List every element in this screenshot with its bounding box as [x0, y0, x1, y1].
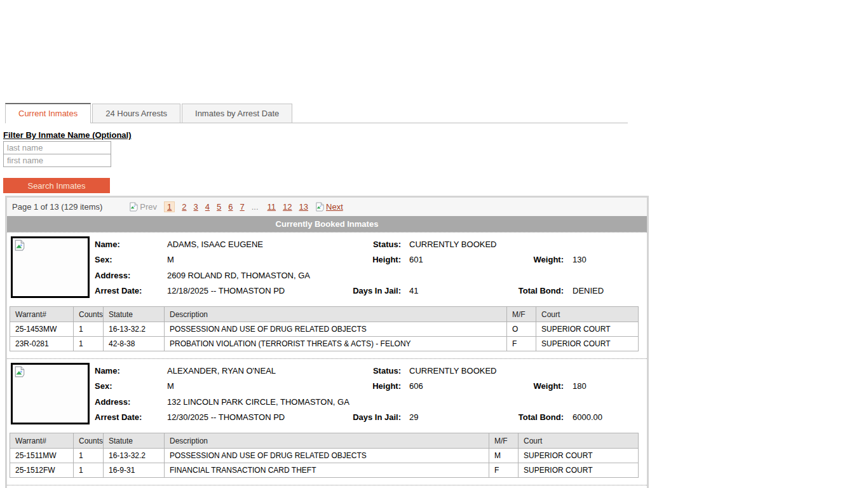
court-header: Court	[536, 307, 639, 322]
inmate-total-bond: 6000.00	[573, 412, 647, 422]
pager-status: Page 1 of 13 (129 items)	[12, 202, 102, 212]
inmate-record: Name: ALEXANDER, RYAN O'NEAL Status: CUR…	[7, 358, 647, 425]
pager-page-13[interactable]: 13	[299, 202, 308, 212]
inmate-total-bond: DENIED	[573, 286, 647, 295]
counts-cell: 1	[74, 337, 104, 351]
warrant-number-cell: 25-1511MW	[10, 449, 74, 463]
pager-next-label: Next	[326, 202, 343, 212]
description-header: Description	[165, 307, 507, 322]
statute-cell: 16-13-32.2	[104, 449, 165, 463]
table-row: 25-1453MW 1 16-13-32.2 POSSESSION AND US…	[10, 322, 639, 337]
description-cell: POSSESSION AND USE OF DRUG RELATED OBJEC…	[165, 449, 489, 463]
weight-label: Weight:	[490, 255, 564, 264]
warrants-header-row: Warrant# Counts Statute Description M/F …	[10, 307, 639, 322]
broken-image-icon	[315, 202, 325, 212]
statute-cell: 16-9-31	[104, 463, 165, 478]
arrest-date-label: Arrest Date:	[95, 412, 167, 422]
first-name-input[interactable]	[3, 154, 111, 167]
pager-page-11[interactable]: 11	[268, 202, 276, 212]
inmate-sex: M	[167, 255, 326, 264]
statute-cell: 42-8-38	[104, 337, 165, 351]
inmate-record: Name: ADAMS, ISAAC EUGENE Status: CURREN…	[7, 232, 647, 299]
page: Current Inmates 24 Hours Arrests Inmates…	[0, 0, 868, 488]
pager-page-current[interactable]: 1	[164, 201, 175, 212]
broken-image-icon	[14, 240, 25, 251]
arrest-date-label: Arrest Date:	[95, 286, 167, 295]
total-bond-label: Total Bond:	[490, 286, 564, 295]
status-label: Status:	[326, 240, 401, 249]
pager-page-3[interactable]: 3	[194, 202, 198, 212]
pager-page-6[interactable]: 6	[228, 202, 233, 212]
inmate-weight: 130	[573, 255, 647, 264]
counts-cell: 1	[74, 449, 104, 463]
last-name-input[interactable]	[3, 141, 111, 154]
pager-ellipsis: ...	[252, 202, 259, 212]
list-title: Currently Booked Inmates	[7, 216, 647, 232]
warrant-number-cell: 25-1512FW	[10, 463, 74, 478]
court-cell: SUPERIOR COURT	[519, 463, 639, 478]
name-label: Name:	[95, 240, 167, 249]
mf-header: M/F	[507, 307, 536, 322]
address-label: Address:	[95, 397, 167, 407]
court-cell: SUPERIOR COURT	[519, 449, 639, 463]
warrant-number-cell: 23R-0281	[10, 337, 74, 351]
inmate-address: 132 LINCOLN PARK CIRCLE, THOMASTON, GA	[167, 397, 490, 407]
total-bond-label: Total Bond:	[490, 412, 564, 422]
mf-cell: F	[489, 463, 519, 478]
pager-page-2[interactable]: 2	[182, 202, 186, 212]
tab-current-inmates[interactable]: Current Inmates	[5, 103, 91, 123]
filter-title: Filter By Inmate Name (Optional)	[3, 130, 132, 140]
warrants-table: Warrant# Counts Statute Description M/F …	[10, 433, 639, 478]
table-row: 23R-0281 1 42-8-38 PROBATION VIOLATION (…	[10, 337, 639, 351]
days-in-jail-label: Days In Jail:	[326, 286, 401, 295]
pager-page-12[interactable]: 12	[283, 202, 292, 212]
inmate-record: Name: ALJETS, NICHOLAS DEAN Status: CURR…	[7, 485, 647, 488]
counts-cell: 1	[74, 322, 104, 337]
counts-header: Counts	[74, 307, 104, 322]
inmate-name: ALEXANDER, RYAN O'NEAL	[167, 366, 326, 376]
name-label: Name:	[95, 366, 167, 376]
pager-next-button[interactable]: Next	[315, 202, 343, 212]
tab-bar: Current Inmates 24 Hours Arrests Inmates…	[5, 103, 628, 123]
inmate-height: 601	[409, 255, 490, 264]
inmate-name: ADAMS, ISAAC EUGENE	[167, 240, 326, 249]
inmate-photo	[11, 236, 90, 298]
court-cell: SUPERIOR COURT	[536, 322, 639, 337]
tab-inmates-by-arrest-date[interactable]: Inmates by Arrest Date	[182, 104, 292, 123]
statute-header: Statute	[104, 307, 165, 322]
address-label: Address:	[95, 271, 167, 280]
table-row: 25-1511MW 1 16-13-32.2 POSSESSION AND US…	[10, 449, 639, 463]
height-label: Height:	[326, 255, 401, 264]
mf-header: M/F	[489, 433, 519, 449]
tab-24-hours-arrests[interactable]: 24 Hours Arrests	[92, 104, 180, 123]
pager-page-5[interactable]: 5	[217, 202, 221, 212]
inmate-arrest-date: 12/30/2025 -- THOMASTON PD	[167, 412, 326, 422]
statute-header: Statute	[104, 433, 165, 449]
warrant-number-header: Warrant#	[10, 433, 74, 449]
sex-label: Sex:	[95, 381, 167, 391]
inmate-days-in-jail: 29	[409, 412, 490, 422]
weight-label: Weight:	[490, 381, 564, 391]
pager-prev-button[interactable]: Prev	[129, 202, 157, 212]
broken-image-icon	[129, 202, 139, 212]
description-cell: PROBATION VIOLATION (TERRORIST THREATS &…	[165, 337, 507, 351]
pager-page-4[interactable]: 4	[205, 202, 210, 212]
description-cell: POSSESSION AND USE OF DRUG RELATED OBJEC…	[165, 322, 507, 337]
pager-page-7[interactable]: 7	[240, 202, 245, 212]
inmate-height: 606	[409, 381, 490, 391]
warrants-header-row: Warrant# Counts Statute Description M/F …	[10, 433, 639, 449]
status-label: Status:	[326, 366, 401, 376]
inmate-photo	[11, 363, 90, 424]
mf-cell: O	[507, 322, 536, 337]
sex-label: Sex:	[95, 255, 167, 264]
warrant-number-header: Warrant#	[10, 307, 74, 322]
statute-cell: 16-13-32.2	[104, 322, 165, 337]
broken-image-icon	[14, 366, 25, 377]
mf-cell: M	[489, 449, 519, 463]
description-header: Description	[165, 433, 489, 449]
warrants-table: Warrant# Counts Statute Description M/F …	[10, 306, 639, 351]
inmate-days-in-jail: 41	[409, 286, 490, 295]
inmate-arrest-date: 12/18/2025 -- THOMASTON PD	[167, 286, 326, 295]
counts-header: Counts	[74, 433, 104, 449]
search-inmates-button[interactable]: Search Inmates	[3, 178, 110, 193]
